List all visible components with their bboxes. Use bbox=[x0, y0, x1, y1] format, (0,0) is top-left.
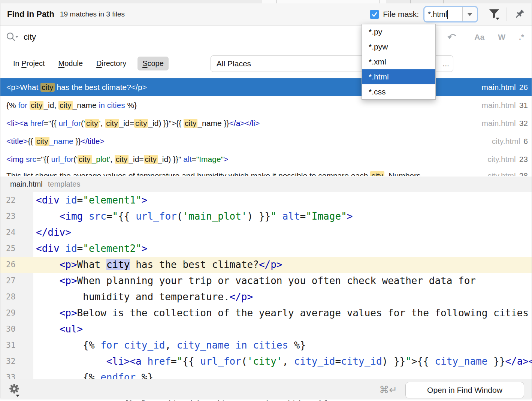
file-mask-option[interactable]: *.xml bbox=[362, 54, 435, 69]
text-caret bbox=[447, 10, 448, 19]
match-highlight: city bbox=[35, 137, 49, 146]
preview-header: main.html templates bbox=[0, 177, 532, 192]
mnemonic-letter: P bbox=[21, 59, 26, 67]
code-token: <ul> bbox=[60, 323, 83, 335]
filter-icon[interactable] bbox=[489, 8, 500, 20]
match-highlight: city bbox=[184, 119, 198, 128]
code-line[interactable]: 32 <li><a href="{{ url_for('city', city_… bbox=[0, 353, 532, 370]
gear-icon[interactable] bbox=[8, 383, 21, 398]
code-preview-editor[interactable]: 22<div id="element1">23 <img src="{{ url… bbox=[0, 192, 532, 379]
file-mask-checkbox[interactable] bbox=[370, 10, 379, 19]
code-line[interactable]: 31 {% for city_id, city_name in cities %… bbox=[0, 337, 532, 353]
code-token: <p> bbox=[60, 275, 77, 286]
code-token: =" bbox=[36, 155, 44, 163]
search-result-row[interactable]: <img src="{{ url_for('city_plot', city_i… bbox=[0, 150, 532, 168]
code-line[interactable]: 26 <p>What city has the best climate?</p… bbox=[0, 257, 532, 273]
code-token bbox=[276, 211, 282, 222]
code-token: > bbox=[224, 155, 228, 163]
open-in-find-window-button[interactable]: Open in Find Window bbox=[405, 382, 524, 398]
result-line-number: 31 bbox=[519, 101, 528, 109]
code-token: {{ bbox=[118, 211, 136, 222]
file-mask-option[interactable]: *.py bbox=[362, 24, 435, 39]
code-token: <img bbox=[6, 155, 26, 163]
result-line-number: 6 bbox=[523, 137, 528, 145]
match-highlight: city bbox=[115, 155, 129, 164]
code-token: = bbox=[171, 356, 177, 367]
search-result-row[interactable]: <li><a href="{{ url_for('city', city_id=… bbox=[0, 114, 532, 132]
tab-directory[interactable]: Directory bbox=[94, 57, 129, 70]
code-token: </p> bbox=[259, 259, 282, 270]
tab-module[interactable]: Module bbox=[56, 57, 85, 70]
code-token: 'main_plot' bbox=[182, 211, 247, 222]
match-highlight: city bbox=[40, 83, 55, 92]
code-token bbox=[36, 259, 60, 270]
match-case-toggle[interactable]: Aa bbox=[474, 33, 484, 42]
file-mask-combobox[interactable]: *.html bbox=[423, 6, 478, 22]
code-token: href bbox=[147, 356, 171, 367]
code-token: " bbox=[270, 211, 276, 222]
code-token: _name bbox=[73, 101, 99, 109]
code-token: city_id bbox=[124, 340, 165, 351]
code-token: <div bbox=[36, 243, 65, 254]
code-token: <p> bbox=[6, 83, 20, 91]
code-line[interactable]: 22<div id="element1"> bbox=[0, 192, 532, 208]
match-highlight: city bbox=[105, 119, 119, 128]
match-highlight: city bbox=[78, 155, 92, 164]
file-mask-option[interactable]: *.pyw bbox=[362, 39, 435, 54]
code-token: city_id bbox=[341, 356, 382, 367]
words-toggle[interactable]: W bbox=[498, 33, 505, 42]
pin-icon[interactable] bbox=[514, 9, 525, 20]
search-result-row[interactable]: {% for city_id, city_name in cities %}ma… bbox=[0, 96, 532, 114]
code-line[interactable]: 27 <p>When planning your trip or vacatio… bbox=[0, 273, 532, 289]
code-line[interactable]: 23 <img src="{{ url_for('main_plot') }}"… bbox=[0, 208, 532, 224]
line-number: 24 bbox=[0, 224, 33, 241]
code-line[interactable]: 30 <ul> bbox=[0, 321, 532, 337]
file-mask-value: *.html bbox=[428, 10, 447, 19]
search-icon[interactable] bbox=[6, 31, 18, 43]
tab-in-project[interactable]: In Project bbox=[11, 57, 47, 70]
file-mask-input[interactable]: *.html bbox=[424, 7, 462, 21]
code-token: url_for bbox=[51, 155, 74, 163]
line-number: 27 bbox=[0, 273, 33, 289]
code-text: <p>What city has the best climate?</p> bbox=[33, 257, 282, 273]
search-options-separator bbox=[466, 30, 466, 44]
file-mask-option[interactable]: *.html bbox=[362, 69, 435, 84]
code-text: </div> bbox=[33, 224, 71, 241]
result-file-label: city.html6 bbox=[492, 137, 528, 146]
code-token: ) }} bbox=[247, 211, 271, 222]
tab-scope[interactable]: Scope bbox=[137, 57, 169, 70]
code-token: has the best climate? bbox=[55, 83, 131, 91]
code-line[interactable]: 25<div id="element2"> bbox=[0, 241, 532, 257]
code-text: <ul> bbox=[33, 321, 83, 337]
file-mask-dropdown-button[interactable] bbox=[462, 7, 477, 21]
regex-toggle[interactable]: .* bbox=[519, 33, 524, 42]
code-token: for bbox=[18, 101, 30, 109]
result-filename: main.html bbox=[482, 119, 516, 127]
code-token: = bbox=[191, 155, 196, 163]
file-mask-option[interactable]: *.css bbox=[362, 84, 435, 99]
code-token: = bbox=[139, 155, 143, 163]
line-number: 31 bbox=[0, 337, 33, 353]
browse-scopes-button[interactable]: ... bbox=[442, 59, 449, 68]
search-result-row[interactable]: <title>{{ city_name }}</title>city.html6 bbox=[0, 132, 532, 150]
code-token: <li><a bbox=[106, 356, 148, 367]
code-line[interactable]: 28 humidity and temperature.</p> bbox=[0, 289, 532, 305]
code-token: Below is the collection of the yearly av… bbox=[77, 307, 529, 319]
code-line[interactable]: 29 <p>Below is the collection of the yea… bbox=[0, 305, 532, 321]
code-token: alt bbox=[183, 155, 191, 163]
code-token: , bbox=[282, 356, 294, 367]
code-token: {% bbox=[36, 340, 100, 351]
code-line[interactable]: 24</div> bbox=[0, 224, 532, 241]
code-line[interactable]: 33 {% endfor %} bbox=[0, 370, 532, 379]
code-token: > bbox=[172, 119, 176, 127]
code-token: "element1" bbox=[83, 195, 142, 206]
search-result-row[interactable]: This list shows the average values of te… bbox=[0, 168, 532, 176]
code-token: ( bbox=[241, 356, 247, 367]
code-token: {{ bbox=[182, 356, 200, 367]
search-history-icon[interactable] bbox=[446, 32, 457, 42]
code-token: _id bbox=[43, 101, 54, 109]
search-result-row[interactable]: <p>What city has the best climate?</p>ma… bbox=[0, 78, 532, 96]
result-file-label: main.html32 bbox=[482, 119, 528, 128]
code-token: {{ bbox=[176, 119, 184, 127]
mnemonic-letter: D bbox=[96, 59, 102, 67]
